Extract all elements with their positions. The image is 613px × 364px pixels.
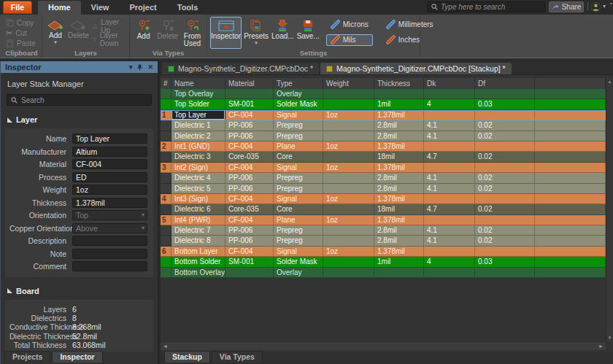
cell-thickness[interactable]: 2.8mil [374,236,424,246]
column-header[interactable]: Name [171,78,225,89]
cell-thickness[interactable]: 2.8mil [374,131,424,142]
cell-thickness[interactable]: 1mil [374,99,424,109]
cell-index[interactable]: 6 [161,247,171,257]
field-input[interactable] [72,159,147,169]
cell-dk[interactable]: 4.1 [424,173,475,183]
cell-dk[interactable]: 4.1 [424,184,475,194]
cell-index[interactable]: 2 [161,142,171,152]
cell-df[interactable]: 0.02 [475,131,535,142]
cell-df[interactable]: 0.03 [475,99,535,109]
cell-name[interactable]: Dielectric 3 [171,152,225,162]
cell-thickness[interactable]: 18mil [374,204,424,214]
view-tab[interactable]: Stackup [164,351,210,363]
cell-index[interactable] [161,225,171,236]
cell-weight[interactable] [323,236,374,246]
ribbon-tab[interactable]: Tools [167,1,209,15]
cell-name[interactable]: Int1 (GND) [171,142,225,152]
cell-weight[interactable] [323,204,374,214]
cell-type[interactable]: Core [274,152,323,162]
add-via-button[interactable]: Add [133,17,154,49]
field-input[interactable] [72,249,147,259]
document-tab[interactable]: Magno-Synthetic_Digitizer.CMPcbDoc * [162,63,319,74]
cell-type[interactable]: Prepreg [274,184,323,194]
cell-index[interactable] [161,268,171,278]
cell-thickness[interactable]: 1.378mil [374,215,424,225]
share-button[interactable]: Share [549,1,584,12]
cell-weight[interactable] [323,268,374,278]
cell-material[interactable]: PP-006 [225,184,274,194]
panel-tab[interactable]: Inspector [52,351,102,363]
cell-index[interactable] [161,204,171,214]
cell-df[interactable] [475,268,535,278]
field-input[interactable] [72,185,147,195]
cell-weight[interactable] [323,173,374,183]
cell-name[interactable]: Int2 (Sign) [171,163,225,173]
unit-option[interactable]: Mils [326,34,373,46]
save-button[interactable]: Save... [296,17,320,49]
cell-type[interactable]: Solder Mask [274,257,323,267]
cell-weight[interactable] [323,99,374,109]
cell-index[interactable] [161,120,171,131]
cell-thickness[interactable]: 2.8mil [374,225,424,236]
inspector-search-input[interactable] [21,96,147,104]
stackup-row[interactable]: Bottom Solder SM-001 Solder Mask 1mil 4 … [161,257,606,267]
cell-dk[interactable]: 4.1 [424,225,475,236]
field-input[interactable] [72,198,147,208]
cell-df[interactable] [475,110,535,120]
cell-weight[interactable] [323,257,374,267]
cell-type[interactable]: Prepreg [274,236,323,246]
cell-df[interactable]: 0.02 [475,120,535,131]
cell-material[interactable]: PP-006 [225,225,274,236]
delete-layer-button[interactable]: Delete [67,17,90,49]
stackup-row[interactable]: Dielectric 7 PP-006 Prepreg 2.8mil 4.1 0… [161,225,606,236]
column-header[interactable]: Thickness [374,78,424,89]
cell-index[interactable]: 5 [161,215,171,225]
cell-type[interactable]: Prepreg [274,225,323,236]
file-menu-button[interactable]: File [3,1,32,14]
cell-df[interactable]: 0.03 [475,257,535,267]
cell-thickness[interactable]: 2.8mil [374,184,424,194]
cell-thickness[interactable]: 1.378mil [374,194,424,204]
cell-weight[interactable]: 1oz [323,110,374,120]
stackup-row[interactable]: Dielectric 8 PP-006 Prepreg 2.8mil 4.1 0… [161,236,606,246]
cell-material[interactable]: CF-004 [225,163,274,173]
cell-name[interactable]: Int3 (Sign) [171,194,225,204]
cell-name[interactable]: Dielectric 1 [171,120,225,131]
layer-up-button[interactable]: Layer Up [91,21,126,31]
cell-type[interactable]: Signal [274,163,323,173]
stackup-row[interactable]: Dielectric 4 PP-006 Prepreg 2.8mil 4.1 0… [161,173,606,183]
scroll-right-icon[interactable]: ► [598,344,604,349]
cell-name[interactable]: Dielectric 7 [171,225,225,236]
cell-dk[interactable] [424,194,475,204]
cell-material[interactable]: CF-004 [225,215,274,225]
cell-df[interactable]: 0.02 [475,204,535,214]
cell-thickness[interactable] [374,268,424,278]
cell-df[interactable]: 0.02 [475,225,535,236]
cell-type[interactable]: Plane [274,142,323,152]
cell-name[interactable]: Dielectric 6 [171,204,225,214]
cell-dk[interactable] [424,247,475,257]
cell-name[interactable]: Dielectric 5 [171,184,225,194]
cell-index[interactable] [161,89,171,99]
stackup-row[interactable]: 6 Bottom Layer CF-004 Signal 1oz 1.378mi… [161,247,606,257]
cell-material[interactable]: CF-004 [225,110,274,120]
cell-df[interactable] [475,142,535,152]
cell-type[interactable]: Prepreg [274,120,323,131]
cell-df[interactable]: 0.02 [475,184,535,194]
from-used-button[interactable]: From Used [181,17,204,49]
field-input[interactable] [72,172,147,182]
cell-df[interactable] [475,89,535,99]
stackup-row[interactable]: Dielectric 5 PP-006 Prepreg 2.8mil 4.1 0… [161,184,606,194]
cell-dk[interactable]: 4 [424,99,475,109]
cell-thickness[interactable]: 1.378mil [374,110,424,120]
cell-material[interactable]: CF-004 [225,247,274,257]
copy-button[interactable]: Copy [4,18,37,28]
add-layer-button[interactable]: Add ▾ [45,17,66,49]
cell-dk[interactable] [424,110,475,120]
panel-menu-chevron-icon[interactable]: ▾ [129,63,133,71]
cell-index[interactable]: 3 [161,163,171,173]
cell-thickness[interactable]: 1.378mil [374,247,424,257]
cell-material[interactable]: CF-004 [225,194,274,204]
vertical-scrollbar[interactable]: ▲ ▼ [606,78,613,341]
stackup-row[interactable]: 1 Top Layer CF-004 Signal 1oz 1.378mil [161,110,606,120]
